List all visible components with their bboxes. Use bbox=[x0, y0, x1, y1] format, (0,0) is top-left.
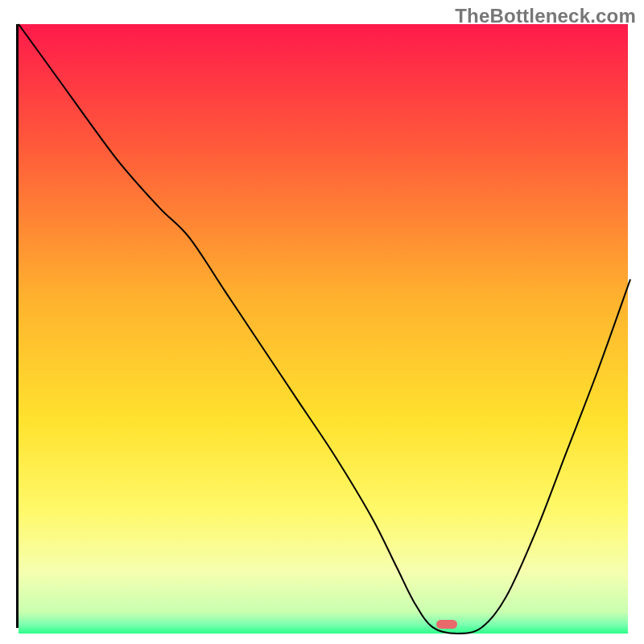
chart-area bbox=[16, 24, 628, 628]
optimal-marker bbox=[436, 620, 456, 629]
watermark-text: TheBottleneck.com bbox=[455, 5, 636, 27]
chart-curve bbox=[19, 24, 628, 634]
